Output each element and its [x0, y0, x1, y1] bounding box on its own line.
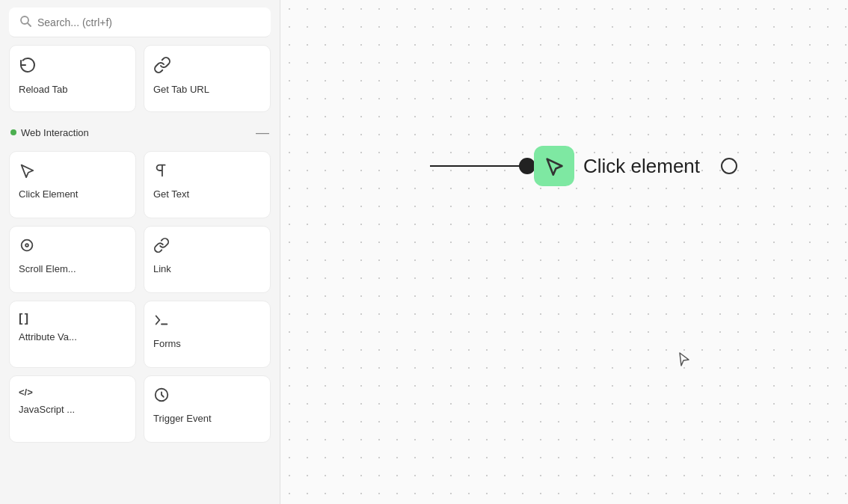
- section-title-web-interaction: Web Interaction: [10, 127, 89, 138]
- connection-dot: [519, 158, 535, 174]
- svg-point-3: [25, 244, 28, 247]
- pilcrow-icon: [153, 162, 170, 182]
- search-input[interactable]: [37, 16, 260, 28]
- section-collapse-button[interactable]: —: [256, 126, 269, 139]
- cursor-icon: [19, 162, 35, 182]
- card-get-tab-url[interactable]: Get Tab URL: [144, 45, 271, 112]
- code-icon: </>: [19, 387, 33, 398]
- panel-content: Reload Tab Get Tab URL Web Interaction —: [0, 45, 280, 504]
- node-label: Click element: [583, 155, 700, 178]
- card-attribute-va[interactable]: [ ] Attribute Va...: [9, 301, 136, 368]
- card-attribute-va-label: Attribute Va...: [19, 331, 77, 342]
- search-bar[interactable]: [9, 7, 271, 37]
- card-get-text[interactable]: Get Text: [144, 151, 271, 218]
- section-title-label: Web Interaction: [21, 127, 89, 138]
- card-forms[interactable]: Forms: [144, 301, 271, 368]
- chain-icon: [153, 237, 170, 257]
- svg-point-2: [22, 240, 33, 251]
- card-link[interactable]: Link: [144, 226, 271, 293]
- card-click-element[interactable]: Click Element: [9, 151, 136, 218]
- web-interaction-section-header: Web Interaction —: [9, 120, 271, 145]
- card-trigger-event[interactable]: Trigger Event: [144, 375, 271, 443]
- flow-node[interactable]: Click element: [430, 146, 737, 186]
- node-icon-box: [534, 146, 574, 186]
- card-forms-label: Forms: [153, 338, 181, 349]
- card-reload-tab[interactable]: Reload Tab: [9, 45, 136, 112]
- card-get-text-label: Get Text: [153, 188, 189, 200]
- forms-icon: [153, 312, 170, 332]
- top-row: Reload Tab Get Tab URL: [9, 45, 271, 112]
- node-connector-right[interactable]: [721, 158, 737, 174]
- connection-bar: [430, 165, 520, 167]
- link-icon: [153, 56, 171, 78]
- connection-line: [430, 158, 535, 174]
- canvas-cursor-indicator: [677, 351, 692, 372]
- svg-line-1: [28, 23, 31, 26]
- bracket-icon: [ ]: [19, 312, 28, 325]
- card-javascript-label: JavaScript ...: [19, 404, 75, 415]
- scroll-icon: [19, 237, 35, 257]
- canvas-area[interactable]: Click element: [280, 0, 848, 504]
- reload-icon: [19, 56, 37, 78]
- card-get-tab-url-label: Get Tab URL: [153, 84, 209, 95]
- trigger-icon: [153, 387, 170, 407]
- search-icon: [19, 15, 31, 29]
- left-panel: Reload Tab Get Tab URL Web Interaction —: [0, 0, 280, 504]
- card-reload-tab-label: Reload Tab: [19, 84, 68, 95]
- card-click-element-label: Click Element: [19, 188, 78, 200]
- click-element-node[interactable]: Click element: [535, 146, 737, 186]
- card-trigger-event-label: Trigger Event: [153, 413, 212, 424]
- card-javascript[interactable]: </> JavaScript ...: [9, 375, 136, 443]
- section-dot: [10, 129, 16, 135]
- card-scroll-element[interactable]: Scroll Elem...: [9, 226, 136, 293]
- card-link-label: Link: [153, 263, 171, 274]
- card-scroll-element-label: Scroll Elem...: [19, 263, 76, 274]
- web-interaction-cards: Click Element Get Text: [9, 151, 271, 443]
